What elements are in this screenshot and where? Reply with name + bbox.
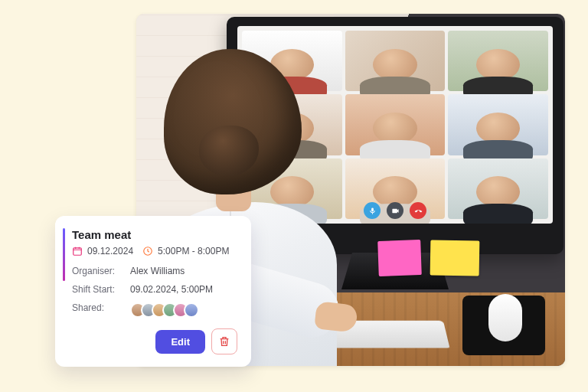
calendar-icon — [72, 246, 83, 256]
clock-icon — [142, 246, 153, 256]
svg-rect-0 — [74, 248, 82, 255]
delete-button[interactable] — [211, 328, 237, 354]
event-title: Team meat — [72, 228, 237, 241]
organiser-label: Organiser: — [72, 266, 130, 276]
event-meta: 09.12.2024 5:00PM - 8:00PM — [72, 246, 237, 256]
video-tile — [448, 158, 548, 219]
shift-start-value: 09.02.2024, 5:00PM — [130, 284, 237, 295]
sticky-note-yellow — [430, 240, 480, 276]
event-actions: Edit — [72, 328, 237, 354]
end-call-icon[interactable] — [410, 202, 426, 219]
event-time: 5:00PM - 8:00PM — [158, 246, 229, 256]
sticky-note-pink — [377, 240, 422, 276]
shift-start-label: Shift Start: — [72, 284, 130, 295]
shared-avatars — [130, 302, 237, 318]
event-date: 09.12.2024 — [87, 246, 133, 256]
camera-icon[interactable] — [387, 202, 403, 219]
call-controls — [364, 202, 426, 219]
edit-button[interactable]: Edit — [155, 330, 205, 354]
trash-icon — [218, 335, 230, 348]
video-tile — [345, 94, 446, 155]
event-card: Team meat 09.12.2024 5:00PM - 8:00PM Org… — [55, 216, 251, 367]
organiser-value: Alex Williams — [130, 266, 237, 276]
avatar — [184, 302, 199, 318]
event-details: Organiser: Alex Williams Shift Start: 09… — [72, 266, 237, 318]
video-tile — [448, 31, 548, 91]
mic-icon[interactable] — [364, 202, 381, 219]
shared-label: Shared: — [72, 302, 130, 318]
mouse — [488, 294, 522, 341]
video-tile — [448, 94, 548, 155]
video-tile — [345, 31, 446, 91]
